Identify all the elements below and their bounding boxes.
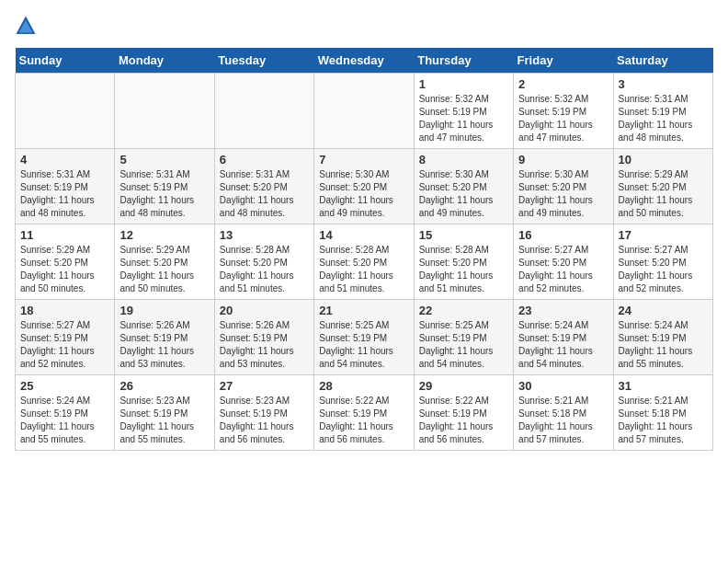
day-number: 21 (319, 304, 408, 317)
day-info: Sunrise: 5:22 AM Sunset: 5:19 PM Dayligh… (419, 395, 508, 446)
day-number: 2 (518, 77, 608, 91)
day-info: Sunrise: 5:23 AM Sunset: 5:19 PM Dayligh… (119, 395, 209, 446)
day-info: Sunrise: 5:29 AM Sunset: 5:20 PM Dayligh… (20, 244, 109, 295)
day-info: Sunrise: 5:25 AM Sunset: 5:19 PM Dayligh… (319, 319, 408, 371)
calendar-cell: 26Sunrise: 5:23 AM Sunset: 5:19 PM Dayli… (115, 375, 214, 451)
calendar-cell: 22Sunrise: 5:25 AM Sunset: 5:19 PM Dayli… (414, 300, 513, 375)
day-number: 10 (619, 153, 708, 167)
calendar-week-row: 18Sunrise: 5:27 AM Sunset: 5:19 PM Dayli… (16, 300, 713, 375)
logo-icon (15, 15, 37, 37)
day-number: 28 (319, 379, 408, 393)
day-number: 7 (319, 153, 408, 167)
calendar-cell (115, 74, 214, 149)
day-of-week-header: Sunday (16, 48, 115, 74)
calendar-cell (314, 74, 414, 149)
page-header (15, 15, 713, 37)
calendar-week-row: 25Sunrise: 5:24 AM Sunset: 5:19 PM Dayli… (16, 375, 713, 451)
calendar-cell: 20Sunrise: 5:26 AM Sunset: 5:19 PM Dayli… (214, 300, 313, 375)
calendar-cell: 29Sunrise: 5:22 AM Sunset: 5:19 PM Dayli… (414, 375, 513, 451)
day-of-week-header: Monday (115, 48, 214, 74)
day-info: Sunrise: 5:32 AM Sunset: 5:19 PM Dayligh… (518, 93, 608, 144)
day-info: Sunrise: 5:27 AM Sunset: 5:20 PM Dayligh… (619, 244, 708, 295)
day-number: 6 (220, 153, 309, 167)
day-info: Sunrise: 5:22 AM Sunset: 5:19 PM Dayligh… (319, 395, 408, 446)
day-number: 17 (619, 228, 708, 242)
day-info: Sunrise: 5:31 AM Sunset: 5:19 PM Dayligh… (119, 168, 209, 220)
day-number: 12 (119, 228, 209, 242)
day-info: Sunrise: 5:27 AM Sunset: 5:20 PM Dayligh… (518, 244, 608, 295)
day-number: 25 (20, 379, 109, 393)
calendar-cell: 17Sunrise: 5:27 AM Sunset: 5:20 PM Dayli… (613, 224, 712, 300)
day-info: Sunrise: 5:21 AM Sunset: 5:18 PM Dayligh… (518, 395, 608, 446)
calendar-cell: 9Sunrise: 5:30 AM Sunset: 5:20 PM Daylig… (514, 149, 613, 224)
calendar-cell: 3Sunrise: 5:31 AM Sunset: 5:19 PM Daylig… (613, 74, 712, 149)
calendar-cell: 30Sunrise: 5:21 AM Sunset: 5:18 PM Dayli… (514, 375, 613, 451)
day-of-week-header: Tuesday (214, 48, 313, 74)
day-info: Sunrise: 5:31 AM Sunset: 5:20 PM Dayligh… (220, 168, 309, 220)
calendar-cell: 25Sunrise: 5:24 AM Sunset: 5:19 PM Dayli… (16, 375, 115, 451)
day-info: Sunrise: 5:31 AM Sunset: 5:19 PM Dayligh… (619, 93, 708, 144)
calendar-cell: 18Sunrise: 5:27 AM Sunset: 5:19 PM Dayli… (16, 300, 115, 375)
calendar-cell (16, 74, 115, 149)
day-info: Sunrise: 5:28 AM Sunset: 5:20 PM Dayligh… (319, 244, 408, 295)
calendar-cell: 24Sunrise: 5:24 AM Sunset: 5:19 PM Dayli… (613, 300, 712, 375)
day-number: 31 (619, 379, 708, 393)
calendar-week-row: 11Sunrise: 5:29 AM Sunset: 5:20 PM Dayli… (16, 224, 713, 300)
day-number: 4 (20, 153, 109, 167)
calendar-cell: 31Sunrise: 5:21 AM Sunset: 5:18 PM Dayli… (613, 375, 712, 451)
day-number: 3 (619, 77, 708, 91)
day-number: 24 (619, 304, 708, 317)
calendar-cell: 23Sunrise: 5:24 AM Sunset: 5:19 PM Dayli… (514, 300, 613, 375)
day-number: 1 (419, 77, 508, 91)
calendar-cell: 10Sunrise: 5:29 AM Sunset: 5:20 PM Dayli… (613, 149, 712, 224)
day-number: 13 (220, 228, 309, 242)
calendar-cell: 11Sunrise: 5:29 AM Sunset: 5:20 PM Dayli… (16, 224, 115, 300)
calendar-cell: 6Sunrise: 5:31 AM Sunset: 5:20 PM Daylig… (214, 149, 313, 224)
day-of-week-header: Friday (514, 48, 613, 74)
calendar-cell: 2Sunrise: 5:32 AM Sunset: 5:19 PM Daylig… (514, 74, 613, 149)
day-info: Sunrise: 5:28 AM Sunset: 5:20 PM Dayligh… (220, 244, 309, 295)
calendar-table: SundayMondayTuesdayWednesdayThursdayFrid… (15, 48, 713, 451)
day-info: Sunrise: 5:30 AM Sunset: 5:20 PM Dayligh… (518, 168, 608, 220)
calendar-cell: 16Sunrise: 5:27 AM Sunset: 5:20 PM Dayli… (514, 224, 613, 300)
calendar-cell: 21Sunrise: 5:25 AM Sunset: 5:19 PM Dayli… (314, 300, 414, 375)
day-number: 15 (419, 228, 508, 242)
calendar-cell: 14Sunrise: 5:28 AM Sunset: 5:20 PM Dayli… (314, 224, 414, 300)
calendar-cell: 13Sunrise: 5:28 AM Sunset: 5:20 PM Dayli… (214, 224, 313, 300)
day-number: 29 (419, 379, 508, 393)
day-number: 26 (119, 379, 209, 393)
calendar-cell: 7Sunrise: 5:30 AM Sunset: 5:20 PM Daylig… (314, 149, 414, 224)
day-info: Sunrise: 5:26 AM Sunset: 5:19 PM Dayligh… (119, 319, 209, 371)
day-info: Sunrise: 5:24 AM Sunset: 5:19 PM Dayligh… (619, 319, 708, 371)
day-info: Sunrise: 5:24 AM Sunset: 5:19 PM Dayligh… (20, 395, 109, 446)
day-info: Sunrise: 5:27 AM Sunset: 5:19 PM Dayligh… (20, 319, 109, 371)
day-number: 18 (20, 304, 109, 317)
calendar-cell: 4Sunrise: 5:31 AM Sunset: 5:19 PM Daylig… (16, 149, 115, 224)
day-info: Sunrise: 5:29 AM Sunset: 5:20 PM Dayligh… (619, 168, 708, 220)
day-of-week-header: Saturday (613, 48, 712, 74)
calendar-cell: 1Sunrise: 5:32 AM Sunset: 5:19 PM Daylig… (414, 74, 513, 149)
day-number: 20 (220, 304, 309, 317)
day-number: 11 (20, 228, 109, 242)
calendar-cell (214, 74, 313, 149)
calendar-cell: 27Sunrise: 5:23 AM Sunset: 5:19 PM Dayli… (214, 375, 313, 451)
logo (15, 15, 40, 37)
calendar-cell: 19Sunrise: 5:26 AM Sunset: 5:19 PM Dayli… (115, 300, 214, 375)
day-info: Sunrise: 5:30 AM Sunset: 5:20 PM Dayligh… (419, 168, 508, 220)
day-info: Sunrise: 5:28 AM Sunset: 5:20 PM Dayligh… (419, 244, 508, 295)
calendar-cell: 15Sunrise: 5:28 AM Sunset: 5:20 PM Dayli… (414, 224, 513, 300)
day-number: 22 (419, 304, 508, 317)
calendar-cell: 8Sunrise: 5:30 AM Sunset: 5:20 PM Daylig… (414, 149, 513, 224)
day-number: 23 (518, 304, 608, 317)
day-number: 9 (518, 153, 608, 167)
day-info: Sunrise: 5:23 AM Sunset: 5:19 PM Dayligh… (220, 395, 309, 446)
day-info: Sunrise: 5:32 AM Sunset: 5:19 PM Dayligh… (419, 93, 508, 144)
calendar-cell: 28Sunrise: 5:22 AM Sunset: 5:19 PM Dayli… (314, 375, 414, 451)
calendar-week-row: 4Sunrise: 5:31 AM Sunset: 5:19 PM Daylig… (16, 149, 713, 224)
calendar-cell: 5Sunrise: 5:31 AM Sunset: 5:19 PM Daylig… (115, 149, 214, 224)
day-number: 8 (419, 153, 508, 167)
day-number: 5 (119, 153, 209, 167)
day-info: Sunrise: 5:24 AM Sunset: 5:19 PM Dayligh… (518, 319, 608, 371)
day-number: 27 (220, 379, 309, 393)
day-of-week-header: Thursday (414, 48, 513, 74)
